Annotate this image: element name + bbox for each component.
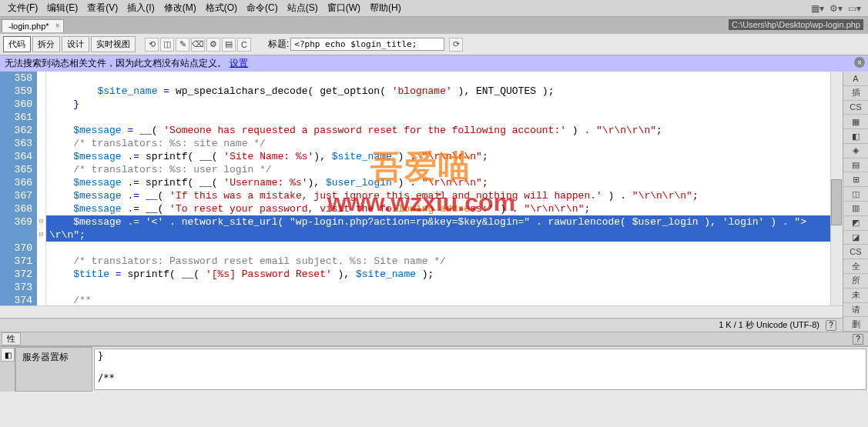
menu-insert[interactable]: 插入(I) [122, 0, 159, 16]
layout-icon[interactable]: ▦▾ [811, 2, 823, 15]
code-line[interactable]: 366 $message .= sprintf( __( 'Username: … [0, 176, 843, 189]
dock-item-8[interactable]: ◫ [843, 187, 868, 202]
code-line[interactable]: 362 $message = __( 'Someone has requeste… [0, 124, 843, 137]
title-label: 标题: [268, 38, 289, 51]
title-input[interactable] [290, 38, 444, 51]
view-toolbar: 代码 拆分 设计 实时视图 ⟲ ◫ ✎ ⌫ ⚙ ▤ C 标题: ⟳ [0, 34, 868, 55]
design-view-button[interactable]: 设计 [62, 36, 89, 52]
tool-icon-5[interactable]: ⚙ [206, 38, 220, 52]
bottom-tab-properties[interactable]: 性 [2, 332, 21, 345]
horizontal-scrollbar[interactable] [0, 305, 843, 318]
tool-icon-4[interactable]: ⌫ [191, 38, 205, 52]
dock-item-4[interactable]: ◧ [843, 129, 868, 144]
settings-icon[interactable]: ⚙▾ [829, 2, 842, 15]
code-line[interactable]: 368 $message .= __( 'To reset your passw… [0, 202, 843, 215]
tool-icon-2[interactable]: ◫ [160, 38, 174, 52]
menu-modify[interactable]: 修改(M) [159, 0, 201, 16]
code-line[interactable]: 359 $site_name = wp_specialchars_decode(… [0, 85, 843, 98]
code-line[interactable]: 369⊟ $message .= '<' . network_site_url(… [0, 215, 843, 229]
vertical-scrollbar[interactable] [830, 72, 843, 305]
refresh-icon[interactable]: ⟳ [449, 38, 463, 52]
tab-bar: -login.php* × C:\Users\hp\Desktop\wp-log… [0, 17, 868, 34]
code-line[interactable]: 360 } [0, 98, 843, 111]
menu-command[interactable]: 命令(C) [242, 0, 283, 16]
dock-item-13[interactable]: 全 [843, 259, 868, 274]
tool-icon-7[interactable]: C [237, 38, 251, 52]
dock-item-3[interactable]: ▦ [843, 115, 868, 129]
dock-item-5[interactable]: ◈ [843, 144, 868, 158]
code-line[interactable]: 363 /* translators: %s: site name */ [0, 137, 843, 150]
code-line[interactable]: 367 $message .= __( 'If this was a mista… [0, 189, 843, 202]
dock-bottom-2[interactable]: 请 [843, 303, 868, 318]
dock-item-12[interactable]: CS [843, 245, 868, 259]
dock-item-7[interactable]: ⊞ [843, 172, 868, 187]
file-tab[interactable]: -login.php* × [2, 19, 64, 32]
code-line[interactable]: 373 [0, 281, 843, 294]
dock-item-9[interactable]: ▥ [843, 202, 868, 216]
live-view-button[interactable]: 实时视图 [91, 36, 136, 52]
tool-icon-1[interactable]: ⟲ [145, 38, 159, 52]
help-icon[interactable]: ? [853, 334, 863, 345]
bottom-side-tab[interactable]: ◧ [1, 348, 15, 362]
code-view-button[interactable]: 代码 [3, 36, 31, 52]
server-markup-label: 服务器置标 [15, 347, 92, 392]
notice-text: 无法搜索到动态相关文件，因为此文档没有站点定义。 [5, 57, 226, 70]
code-line[interactable]: 365 /* translators: %s: user login */ [0, 163, 843, 176]
dock-item-11[interactable]: ◪ [843, 231, 868, 245]
properties-panel: ◧ 服务器置标 } /** [0, 345, 868, 392]
menu-view[interactable]: 查看(V) [82, 0, 122, 16]
dock-bottom-0[interactable]: 所 [843, 274, 868, 289]
code-line[interactable]: 372 $title = sprintf( __( '[%s] Password… [0, 268, 843, 281]
code-line[interactable]: 358 [0, 72, 843, 85]
dock-item-2[interactable]: CS [843, 101, 868, 115]
extension-icon[interactable]: ▭▾ [848, 2, 860, 15]
file-path: C:\Users\hp\Desktop\wp-login.php [729, 19, 863, 30]
tool-icon-3[interactable]: ✎ [176, 38, 189, 52]
close-icon[interactable]: × [854, 57, 865, 68]
dock-bottom-1[interactable]: 未 [843, 289, 868, 303]
code-line[interactable]: 364 $message .= sprintf( __( 'Site Name:… [0, 150, 843, 163]
code-editor[interactable]: 358359 $site_name = wp_specialchars_deco… [0, 72, 843, 332]
notice-settings-link[interactable]: 设置 [230, 57, 248, 70]
split-view-button[interactable]: 拆分 [32, 36, 60, 52]
close-icon[interactable]: × [55, 22, 60, 30]
help-icon[interactable]: ? [826, 320, 836, 331]
menu-window[interactable]: 窗口(W) [323, 0, 365, 16]
dock-item-6[interactable]: ▤ [843, 158, 868, 173]
code-line[interactable]: ⊟\r\n"; [0, 229, 843, 242]
right-dock: A 插 CS ▦ ◧ ◈ ▤ ⊞ ◫ ▥ ◩ ◪ CS 全 所 未 请 删 [843, 72, 868, 332]
tool-icon-6[interactable]: ▤ [222, 38, 236, 52]
status-bar: 1 K / 1 秒 Unicode (UTF-8) ? [0, 318, 843, 332]
dock-bottom-3[interactable]: 删 [843, 317, 868, 332]
menu-file[interactable]: 文件(F) [3, 0, 42, 16]
encoding-info: 1 K / 1 秒 Unicode (UTF-8) [719, 319, 819, 331]
menu-help[interactable]: 帮助(H) [365, 0, 406, 16]
dock-item-10[interactable]: ◩ [843, 216, 868, 231]
code-line[interactable]: 370 [0, 242, 843, 255]
menu-bar: 文件(F) 编辑(E) 查看(V) 插入(I) 修改(M) 格式(O) 命令(C… [0, 0, 868, 17]
menu-edit[interactable]: 编辑(E) [42, 0, 82, 16]
code-line[interactable]: 374 /** [0, 294, 843, 305]
code-line[interactable]: 361 [0, 111, 843, 124]
server-markup-editor[interactable]: } /** [94, 349, 866, 390]
code-line[interactable]: 371 /* translators: Password reset email… [0, 255, 843, 268]
menu-format[interactable]: 格式(O) [201, 0, 242, 16]
dock-item-1[interactable]: 插 [843, 86, 868, 101]
notice-bar: 无法搜索到动态相关文件，因为此文档没有站点定义。 设置 × [0, 55, 868, 72]
tab-label: -login.php* [8, 22, 49, 31]
menu-site[interactable]: 站点(S) [283, 0, 323, 16]
dock-item-0[interactable]: A [843, 72, 868, 86]
